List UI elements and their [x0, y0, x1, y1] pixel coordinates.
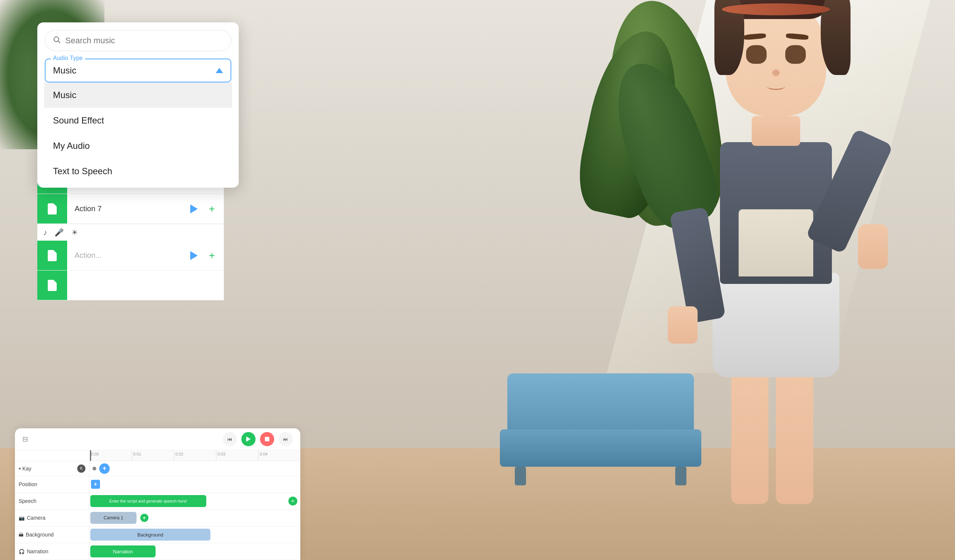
track-label-position: Position — [15, 476, 89, 493]
fast-forward-button[interactable]: ⏭ — [279, 432, 293, 446]
dropdown-item-sound-effect[interactable]: Sound Effect — [44, 108, 232, 133]
audio-type-select[interactable]: Music — [45, 59, 230, 82]
speech-add-button[interactable]: + — [288, 497, 297, 505]
mic-icon[interactable]: 🎤 — [55, 228, 64, 237]
action-row-extra-1: Action... + — [37, 241, 224, 271]
ruler-label-1: 0:01 — [133, 452, 141, 456]
action-extra-1-play-button[interactable] — [186, 248, 202, 263]
action-7-play-button[interactable] — [186, 202, 202, 216]
position-label-text: Position — [19, 481, 37, 487]
char-leg-right — [776, 355, 813, 504]
audio-type-selected-text: Music — [53, 65, 77, 76]
stop-button[interactable] — [260, 432, 274, 446]
char-inner-shirt — [739, 209, 813, 277]
music-file-icon-extra-2 — [45, 279, 59, 292]
ruler-label-spacer — [15, 451, 89, 461]
track-row-speech: Speech Enter the script and generate spe… — [15, 493, 300, 510]
background-block-label: Background — [137, 532, 163, 538]
kay-expand: ▾ Kay — [19, 466, 31, 472]
kay-label-text: Kay — [22, 466, 31, 472]
ruler-tick-4: 0:04 — [258, 451, 268, 461]
speech-block[interactable]: Enter the script and generate speech her… — [90, 495, 206, 507]
char-leg-left — [731, 355, 769, 504]
action-row-extra-2 — [37, 271, 224, 300]
track-row-narration: 🎧 Narration Narration — [15, 543, 300, 560]
ruler-tick-1: 0:01 — [132, 451, 141, 461]
char-nose — [772, 69, 780, 76]
sun-icon[interactable]: ☀ — [71, 228, 78, 237]
char-eyebrow-right — [786, 33, 809, 40]
rewind-button[interactable]: ⏮ — [223, 432, 237, 446]
action-icon-box-extra-2 — [37, 271, 67, 300]
camera-add-btn[interactable]: + — [140, 514, 149, 522]
ruler-tick-2: 0:02 — [174, 451, 183, 461]
music-file-icon-extra-1 — [45, 249, 59, 262]
char-mouth — [767, 83, 785, 90]
stop-icon — [265, 437, 269, 441]
action-icon-box-extra-1 — [37, 241, 67, 271]
play-button[interactable] — [241, 432, 255, 446]
audio-type-dropdown-list: Music Sound Effect My Audio Text to Spee… — [44, 83, 232, 184]
action-icon-box-7 — [37, 194, 67, 224]
camera-block[interactable]: Camera 1 — [90, 512, 136, 524]
narration-track-content[interactable]: Narration — [89, 543, 300, 560]
timeline-tracks-container: 0:00 0:01 0:02 0:03 0:04 ▾ Kay K + — [15, 451, 300, 560]
position-track-content[interactable]: + — [89, 476, 300, 493]
char-eye-left — [746, 45, 767, 64]
timeline-playhead — [90, 451, 91, 461]
speech-block-label: Enter the script and generate speech her… — [109, 499, 187, 503]
timeline-ruler-row: 0:00 0:01 0:02 0:03 0:04 — [15, 451, 300, 461]
action-row-7: Action 7 + — [37, 194, 224, 224]
action-extra-1-add-button[interactable]: + — [204, 248, 219, 263]
music-note-icon[interactable]: ♪ — [43, 228, 47, 237]
char-neck — [752, 116, 800, 146]
track-row-background: 🏔 Background Background — [15, 526, 300, 543]
action-7-add-button[interactable]: + — [204, 202, 219, 216]
action-7-label: Action 7 — [67, 205, 186, 213]
kay-track-content[interactable]: + — [89, 461, 300, 476]
background-icon: 🏔 — [19, 532, 23, 538]
char-eyebrow-left — [744, 33, 766, 40]
filter-icon[interactable]: ⊟ — [22, 435, 28, 443]
chevron-down-icon[interactable]: ▾ — [19, 466, 21, 471]
ruler-label-2: 0:02 — [175, 452, 183, 456]
dropdown-item-music[interactable]: Music — [44, 83, 232, 108]
char-skirt — [712, 273, 839, 377]
camera-icon: 📷 — [19, 515, 25, 521]
play-triangle-icon-7 — [190, 205, 198, 213]
dropdown-item-my-audio[interactable]: My Audio — [44, 133, 232, 158]
background-label-text: Background — [26, 532, 54, 538]
music-file-icon-7 — [45, 202, 59, 216]
track-label-background: 🏔 Background — [15, 526, 89, 543]
speech-track-content[interactable]: Enter the script and generate speech her… — [89, 493, 300, 509]
chevron-up-icon — [216, 68, 223, 73]
svg-line-1 — [58, 41, 60, 43]
camera-track-content[interactable]: Camera 1 + — [89, 510, 300, 526]
timeline-toolbar: ⊟ ⏮ ⏭ — [15, 428, 300, 451]
track-label-kay: ▾ Kay K — [15, 461, 89, 476]
background-track-content[interactable]: Background — [89, 526, 300, 543]
audio-type-wrapper: Audio Type Music — [45, 59, 231, 83]
narration-block-label: Narration — [113, 549, 133, 554]
narration-block[interactable]: Narration — [90, 546, 155, 557]
audio-dropdown-panel: Audio Type Music Music Sound Effect My A… — [37, 22, 239, 188]
track-row-position: Position + — [15, 476, 300, 493]
play-triangle-icon-extra-1 — [190, 251, 198, 260]
dropdown-item-text-to-speech[interactable]: Text to Speech — [44, 158, 232, 184]
ruler-label-4: 0:04 — [260, 452, 268, 456]
char-hand-right — [858, 224, 888, 269]
add-keyframe-button[interactable]: + — [99, 463, 110, 474]
speech-label-text: Speech — [19, 498, 36, 504]
background-block[interactable]: Background — [90, 529, 210, 541]
position-add-btn[interactable]: + — [91, 480, 100, 489]
char-headband — [722, 3, 830, 15]
timeline-controls: ⏮ ⏭ — [223, 432, 293, 446]
search-bar — [45, 30, 231, 51]
search-music-input[interactable] — [65, 36, 224, 45]
narration-label-text: Narration — [27, 548, 49, 554]
track-label-camera: 📷 Camera — [15, 510, 89, 526]
play-icon — [246, 436, 251, 442]
camera-block-label: Camera 1 — [104, 515, 124, 521]
timeline-icons: ⊟ — [22, 435, 28, 443]
char-hand-left — [668, 306, 698, 344]
